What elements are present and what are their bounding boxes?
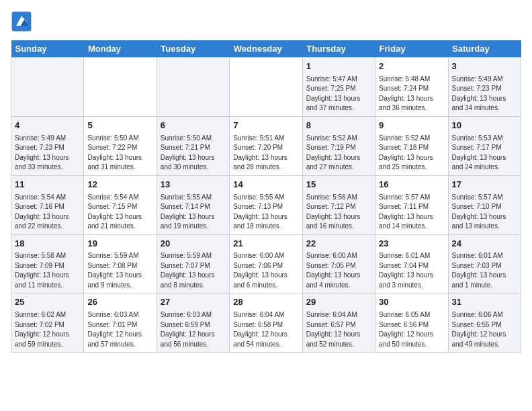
- day-info: Sunrise: 6:04 AM Sunset: 6:57 PM Dayligh…: [306, 310, 371, 349]
- calendar-cell: [11, 58, 84, 117]
- day-info: Sunrise: 6:05 AM Sunset: 6:56 PM Dayligh…: [379, 310, 444, 349]
- calendar-week-0: 1Sunrise: 5:47 AM Sunset: 7:25 PM Daylig…: [11, 58, 521, 117]
- calendar-cell: 21Sunrise: 6:00 AM Sunset: 7:06 PM Dayli…: [230, 234, 302, 293]
- calendar-body: 1Sunrise: 5:47 AM Sunset: 7:25 PM Daylig…: [11, 58, 521, 353]
- day-number: 9: [379, 120, 444, 132]
- day-number: 10: [452, 120, 517, 132]
- day-info: Sunrise: 6:06 AM Sunset: 6:55 PM Dayligh…: [452, 310, 517, 349]
- calendar-cell: [84, 58, 157, 117]
- calendar-cell: 31Sunrise: 6:06 AM Sunset: 6:55 PM Dayli…: [448, 293, 521, 353]
- day-info: Sunrise: 6:01 AM Sunset: 7:03 PM Dayligh…: [452, 251, 517, 290]
- calendar-cell: 28Sunrise: 6:04 AM Sunset: 6:58 PM Dayli…: [230, 293, 302, 353]
- day-number: 14: [233, 179, 298, 191]
- calendar-cell: 26Sunrise: 6:03 AM Sunset: 7:01 PM Dayli…: [84, 293, 157, 353]
- calendar-cell: 23Sunrise: 6:01 AM Sunset: 7:04 PM Dayli…: [375, 234, 448, 293]
- calendar-cell: 30Sunrise: 6:05 AM Sunset: 6:56 PM Dayli…: [375, 293, 448, 353]
- day-info: Sunrise: 6:02 AM Sunset: 7:02 PM Dayligh…: [15, 310, 80, 349]
- day-number: 13: [161, 179, 226, 191]
- day-info: Sunrise: 5:50 AM Sunset: 7:22 PM Dayligh…: [87, 134, 152, 173]
- day-number: 31: [452, 296, 517, 309]
- calendar-cell: 19Sunrise: 5:59 AM Sunset: 7:08 PM Dayli…: [84, 234, 157, 293]
- calendar-cell: 15Sunrise: 5:56 AM Sunset: 7:12 PM Dayli…: [302, 175, 375, 234]
- calendar-cell: 10Sunrise: 5:53 AM Sunset: 7:17 PM Dayli…: [448, 116, 521, 175]
- day-number: 18: [15, 238, 80, 250]
- day-info: Sunrise: 6:01 AM Sunset: 7:04 PM Dayligh…: [379, 251, 444, 290]
- day-info: Sunrise: 5:57 AM Sunset: 7:11 PM Dayligh…: [379, 193, 444, 232]
- day-header-wednesday: Wednesday: [230, 40, 302, 58]
- calendar-header: SundayMondayTuesdayWednesdayThursdayFrid…: [11, 40, 521, 58]
- day-header-saturday: Saturday: [448, 40, 521, 58]
- day-number: 16: [379, 179, 444, 191]
- day-number: 6: [161, 120, 226, 132]
- day-number: 15: [306, 179, 371, 191]
- day-number: 12: [87, 179, 152, 191]
- day-info: Sunrise: 5:50 AM Sunset: 7:21 PM Dayligh…: [161, 134, 226, 173]
- calendar-week-2: 11Sunrise: 5:54 AM Sunset: 7:16 PM Dayli…: [11, 175, 521, 234]
- logo-icon: [11, 11, 32, 32]
- day-number: 1: [306, 60, 371, 73]
- calendar-cell: 29Sunrise: 6:04 AM Sunset: 6:57 PM Dayli…: [302, 293, 375, 353]
- header-row: SundayMondayTuesdayWednesdayThursdayFrid…: [11, 40, 521, 58]
- day-number: 28: [233, 296, 298, 309]
- calendar-cell: 14Sunrise: 5:55 AM Sunset: 7:13 PM Dayli…: [230, 175, 302, 234]
- day-header-monday: Monday: [84, 40, 157, 58]
- day-info: Sunrise: 5:57 AM Sunset: 7:10 PM Dayligh…: [452, 193, 517, 232]
- day-number: 29: [306, 296, 371, 309]
- day-number: 25: [15, 296, 80, 309]
- calendar-cell: 18Sunrise: 5:58 AM Sunset: 7:09 PM Dayli…: [11, 234, 84, 293]
- day-info: Sunrise: 5:49 AM Sunset: 7:23 PM Dayligh…: [15, 134, 80, 173]
- calendar-cell: 6Sunrise: 5:50 AM Sunset: 7:21 PM Daylig…: [157, 116, 229, 175]
- day-info: Sunrise: 5:59 AM Sunset: 7:07 PM Dayligh…: [161, 251, 226, 290]
- day-number: 26: [87, 296, 152, 309]
- day-info: Sunrise: 6:04 AM Sunset: 6:58 PM Dayligh…: [233, 310, 298, 349]
- calendar-cell: 1Sunrise: 5:47 AM Sunset: 7:25 PM Daylig…: [302, 58, 375, 117]
- calendar-cell: 24Sunrise: 6:01 AM Sunset: 7:03 PM Dayli…: [448, 234, 521, 293]
- day-number: 17: [452, 179, 517, 191]
- day-info: Sunrise: 5:52 AM Sunset: 7:18 PM Dayligh…: [379, 134, 444, 173]
- day-info: Sunrise: 6:00 AM Sunset: 7:06 PM Dayligh…: [233, 251, 298, 290]
- calendar-cell: 9Sunrise: 5:52 AM Sunset: 7:18 PM Daylig…: [375, 116, 448, 175]
- day-number: 22: [306, 238, 371, 250]
- calendar-cell: 7Sunrise: 5:51 AM Sunset: 7:20 PM Daylig…: [230, 116, 302, 175]
- calendar-cell: 17Sunrise: 5:57 AM Sunset: 7:10 PM Dayli…: [448, 175, 521, 234]
- calendar-cell: 5Sunrise: 5:50 AM Sunset: 7:22 PM Daylig…: [84, 116, 157, 175]
- day-info: Sunrise: 5:52 AM Sunset: 7:19 PM Dayligh…: [306, 134, 371, 173]
- day-header-sunday: Sunday: [11, 40, 84, 58]
- calendar-cell: 12Sunrise: 5:54 AM Sunset: 7:15 PM Dayli…: [84, 175, 157, 234]
- calendar-cell: 20Sunrise: 5:59 AM Sunset: 7:07 PM Dayli…: [157, 234, 229, 293]
- calendar-cell: 4Sunrise: 5:49 AM Sunset: 7:23 PM Daylig…: [11, 116, 84, 175]
- day-info: Sunrise: 5:47 AM Sunset: 7:25 PM Dayligh…: [306, 75, 371, 113]
- calendar-cell: [157, 58, 229, 117]
- day-info: Sunrise: 5:55 AM Sunset: 7:13 PM Dayligh…: [233, 193, 298, 232]
- day-info: Sunrise: 6:03 AM Sunset: 7:01 PM Dayligh…: [87, 310, 152, 349]
- day-info: Sunrise: 5:58 AM Sunset: 7:09 PM Dayligh…: [15, 251, 80, 290]
- calendar-cell: 2Sunrise: 5:48 AM Sunset: 7:24 PM Daylig…: [375, 58, 448, 117]
- day-number: 21: [233, 238, 298, 250]
- day-info: Sunrise: 5:51 AM Sunset: 7:20 PM Dayligh…: [233, 134, 298, 173]
- day-number: 7: [233, 120, 298, 132]
- logo: [11, 11, 35, 32]
- calendar-cell: 25Sunrise: 6:02 AM Sunset: 7:02 PM Dayli…: [11, 293, 84, 353]
- day-number: 20: [161, 238, 226, 250]
- day-info: Sunrise: 5:56 AM Sunset: 7:12 PM Dayligh…: [306, 193, 371, 232]
- day-number: 11: [15, 179, 80, 191]
- day-header-tuesday: Tuesday: [157, 40, 229, 58]
- day-info: Sunrise: 6:03 AM Sunset: 6:59 PM Dayligh…: [161, 310, 226, 349]
- day-number: 2: [379, 60, 444, 73]
- day-info: Sunrise: 5:55 AM Sunset: 7:14 PM Dayligh…: [161, 193, 226, 232]
- calendar-table: SundayMondayTuesdayWednesdayThursdayFrid…: [11, 40, 521, 353]
- day-number: 5: [87, 120, 152, 132]
- day-number: 23: [379, 238, 444, 250]
- calendar-week-1: 4Sunrise: 5:49 AM Sunset: 7:23 PM Daylig…: [11, 116, 521, 175]
- calendar-cell: 11Sunrise: 5:54 AM Sunset: 7:16 PM Dayli…: [11, 175, 84, 234]
- calendar-cell: 22Sunrise: 6:00 AM Sunset: 7:05 PM Dayli…: [302, 234, 375, 293]
- calendar-cell: 8Sunrise: 5:52 AM Sunset: 7:19 PM Daylig…: [302, 116, 375, 175]
- calendar-cell: 27Sunrise: 6:03 AM Sunset: 6:59 PM Dayli…: [157, 293, 229, 353]
- day-header-friday: Friday: [375, 40, 448, 58]
- day-info: Sunrise: 5:48 AM Sunset: 7:24 PM Dayligh…: [379, 75, 444, 113]
- day-number: 19: [87, 238, 152, 250]
- calendar-week-4: 25Sunrise: 6:02 AM Sunset: 7:02 PM Dayli…: [11, 293, 521, 353]
- calendar-cell: 3Sunrise: 5:49 AM Sunset: 7:23 PM Daylig…: [448, 58, 521, 117]
- calendar-cell: 13Sunrise: 5:55 AM Sunset: 7:14 PM Dayli…: [157, 175, 229, 234]
- day-number: 24: [452, 238, 517, 250]
